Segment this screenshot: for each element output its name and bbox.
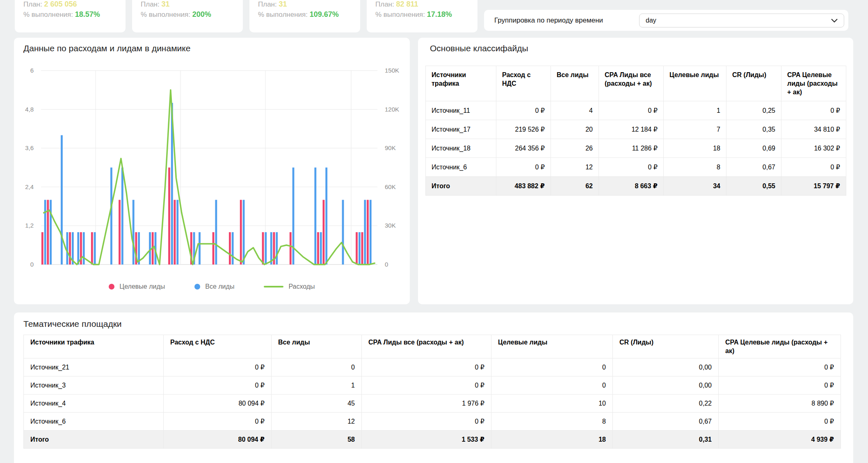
column-header: Все лиды (551, 66, 599, 101)
chevron-down-icon (831, 18, 838, 23)
column-header: Целевые лиды (664, 66, 726, 101)
time-grouping-panel: Группировка по периоду времени day (484, 10, 848, 31)
table-cell: 34 (664, 177, 726, 196)
column-header: CR (Лиды) (613, 335, 719, 358)
table-cell: 0 (491, 376, 613, 395)
plan-label: План: (375, 0, 394, 8)
legend-label: Расходы (288, 283, 315, 290)
bar-all-leads (342, 200, 344, 265)
bar-all-leads (176, 200, 178, 265)
table-cell: 0,67 (726, 158, 781, 177)
bar-all-leads (232, 232, 234, 265)
plan-value: 31 (279, 0, 287, 8)
expenses-line (44, 90, 375, 265)
legend-item-target-leads[interactable]: Целевые лиды (109, 283, 165, 290)
completion-label: % выполнения: (23, 11, 73, 18)
period-select-value: day (646, 17, 656, 24)
table-cell: Источник_6 (426, 158, 496, 177)
bar-all-leads (132, 200, 135, 265)
right-axis-tick: 150K (385, 67, 399, 74)
kpi-plan-row: План: 82 811 (375, 0, 477, 9)
table-cell: 26 (551, 139, 599, 158)
table-cell: 0,69 (726, 139, 781, 158)
table-cell: 0 ₽ (781, 158, 846, 177)
table-cell: 58 (272, 431, 362, 449)
legend-label: Все лиды (205, 283, 234, 290)
bar-all-leads (83, 232, 85, 265)
thematic-panel: Тематические площадки Источники трафикаР… (14, 312, 853, 463)
right-axis-tick: 0 (385, 261, 388, 268)
table-cell: 12 (272, 413, 362, 431)
column-header: CPA Целевые лиды (расходы + ак) (719, 335, 841, 358)
table-cell: 0 ₽ (599, 158, 664, 177)
classifieds-title: Основные классифайды (430, 43, 528, 53)
table-cell: 15 797 ₽ (781, 177, 846, 196)
table-cell: 0 (272, 358, 362, 376)
column-header: Источники трафика (426, 66, 496, 101)
table-cell: 1 (272, 376, 362, 395)
table-cell: Итого (24, 431, 164, 449)
completion-value: 109.67% (310, 10, 339, 18)
bar-target-leads (47, 200, 49, 265)
table-cell: 219 526 ₽ (496, 120, 551, 139)
column-header: Источники трафика (24, 335, 164, 358)
bar-target-leads (317, 232, 319, 265)
table-cell: 0,55 (726, 177, 781, 196)
completion-label: % выполнения: (375, 11, 425, 18)
kpi-card: План: 2 605 056 % выполнения: 18.57% (15, 0, 126, 32)
bar-all-leads (215, 200, 217, 265)
table-cell: 0,35 (726, 120, 781, 139)
table-cell: 0 ₽ (719, 358, 841, 376)
bar-all-leads (50, 200, 52, 265)
legend-dot (109, 284, 114, 290)
table-cell: 18 (664, 139, 726, 158)
kpi-done-row: % выполнения: 109.67% (258, 9, 360, 20)
table-cell: 0 ₽ (164, 413, 272, 431)
kpi-done-row: % выполнения: 17.18% (375, 9, 477, 20)
bar-target-leads (361, 232, 363, 265)
table-row: Источник_60 ₽120 ₽80,670 ₽ (24, 413, 841, 431)
left-axis-tick: 2,4 (25, 183, 34, 190)
total-row: Итого80 094 ₽581 533 ₽180,314 939 ₽ (24, 431, 841, 449)
table-cell: 0 ₽ (164, 358, 272, 376)
legend-item-all-leads[interactable]: Все лиды (194, 283, 234, 290)
chart-canvas[interactable]: 6150K4,8120K3,690K2,460K1,230K00 (14, 58, 410, 282)
completion-label: % выполнения: (258, 11, 308, 18)
table-cell: Источник_6 (24, 413, 164, 431)
table-row: Источник_110 ₽40 ₽10,250 ₽ (426, 101, 846, 120)
table-cell: 11 286 ₽ (599, 139, 664, 158)
table-cell: 4 939 ₽ (719, 431, 841, 449)
right-axis-tick: 30K (385, 222, 396, 229)
left-axis-tick: 3,6 (25, 144, 34, 151)
table-cell: 0 ₽ (496, 101, 551, 120)
bar-all-leads (121, 168, 123, 265)
table-cell: 0 ₽ (719, 376, 841, 395)
thematic-title: Тематические площадки (23, 319, 122, 329)
table-row: Источник_18264 356 ₽2611 286 ₽180,6916 3… (426, 139, 846, 158)
right-axis-tick: 120K (385, 106, 399, 113)
table-cell: 12 184 ₽ (599, 120, 664, 139)
table-cell: Источник_21 (24, 358, 164, 376)
table-cell: 1 976 ₽ (362, 395, 491, 413)
table-cell: 0 ₽ (719, 413, 841, 431)
kpi-card: План: 82 811 % выполнения: 17.18% (367, 0, 477, 32)
plan-label: План: (258, 0, 277, 8)
table-cell: 0 ₽ (362, 413, 491, 431)
bar-target-leads (174, 200, 176, 265)
table-cell: 8 890 ₽ (719, 395, 841, 413)
bar-all-leads (199, 232, 201, 265)
bar-all-leads (292, 168, 295, 265)
table-cell: 45 (272, 395, 362, 413)
bar-all-leads (314, 168, 316, 265)
legend-line-swatch (264, 286, 283, 287)
period-select[interactable]: day (639, 14, 844, 27)
table-cell: Источник_4 (24, 395, 164, 413)
table-cell: 34 810 ₽ (781, 120, 846, 139)
table-cell: 8 (491, 413, 613, 431)
kpi-done-row: % выполнения: 200% (141, 9, 243, 20)
table-cell: 20 (551, 120, 599, 139)
legend-item-expenses[interactable]: Расходы (264, 283, 315, 290)
column-header: Целевые лиды (491, 335, 613, 358)
table-cell: 0,31 (613, 431, 719, 449)
completion-value: 17.18% (427, 10, 452, 18)
